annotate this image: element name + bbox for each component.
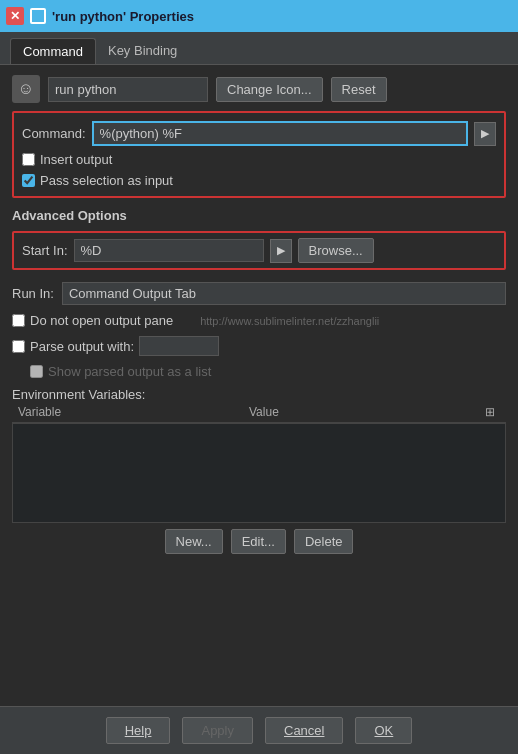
tab-command[interactable]: Command (10, 38, 96, 64)
tab-keybinding[interactable]: Key Binding (96, 38, 189, 64)
parse-output-row: Parse output with: (12, 336, 506, 356)
ok-button[interactable]: OK (355, 717, 412, 744)
show-parsed-row: Show parsed output as a list (30, 364, 506, 379)
new-env-button[interactable]: New... (165, 529, 223, 554)
env-table-body (12, 423, 506, 523)
env-vars-label: Environment Variables: (12, 387, 506, 402)
command-section: Command: %(python) %F ▶ Insert output Pa… (12, 111, 506, 198)
command-label: Command: (22, 126, 86, 141)
footer: Help Apply Cancel OK (0, 706, 518, 754)
main-content: ☺ Change Icon... Reset Command: %(python… (0, 65, 518, 564)
parse-output-label: Parse output with: (30, 339, 134, 354)
change-icon-button[interactable]: Change Icon... (216, 77, 323, 102)
icon-name-row: ☺ Change Icon... Reset (12, 75, 506, 103)
env-buttons: New... Edit... Delete (12, 529, 506, 554)
env-table-header: Variable Value ⊞ (12, 402, 506, 423)
run-icon[interactable]: ☺ (12, 75, 40, 103)
command-arrow-button[interactable]: ▶ (474, 122, 496, 146)
command-row: Command: %(python) %F ▶ (22, 121, 496, 146)
watermark-text: http://www.sublimelinter.net/zzhanglii (200, 315, 379, 327)
col-value-header: Value (249, 405, 480, 419)
edit-env-button[interactable]: Edit... (231, 529, 286, 554)
advanced-options-heading: Advanced Options (12, 208, 506, 223)
minimize-button[interactable] (30, 8, 46, 24)
reset-button[interactable]: Reset (331, 77, 387, 102)
help-button[interactable]: Help (106, 717, 171, 744)
do-not-open-label: Do not open output pane (30, 313, 173, 328)
start-in-arrow-button[interactable]: ▶ (270, 239, 292, 263)
env-vars-section: Environment Variables: Variable Value ⊞ … (12, 387, 506, 554)
browse-button[interactable]: Browse... (298, 238, 374, 263)
table-icon: ⊞ (480, 405, 500, 419)
show-parsed-label: Show parsed output as a list (48, 364, 211, 379)
delete-env-button[interactable]: Delete (294, 529, 354, 554)
run-in-label: Run In: (12, 286, 54, 301)
command-input[interactable]: %(python) %F (92, 121, 468, 146)
parse-output-checkbox[interactable] (12, 340, 25, 353)
insert-output-label: Insert output (40, 152, 112, 167)
pass-selection-row: Pass selection as input (22, 173, 496, 188)
insert-output-row: Insert output (22, 152, 496, 167)
tab-bar: Command Key Binding (0, 32, 518, 65)
insert-output-checkbox[interactable] (22, 153, 35, 166)
do-not-open-checkbox[interactable] (12, 314, 25, 327)
start-in-section: Start In: %D ▶ Browse... (12, 231, 506, 270)
pass-selection-label: Pass selection as input (40, 173, 173, 188)
name-input[interactable] (48, 77, 208, 102)
apply-button[interactable]: Apply (182, 717, 253, 744)
parse-output-select[interactable] (139, 336, 219, 356)
close-button[interactable]: ✕ (6, 7, 24, 25)
title-bar: ✕ 'run python' Properties (0, 0, 518, 32)
start-in-label: Start In: (22, 243, 68, 258)
do-not-open-row: Do not open output pane http://www.subli… (12, 313, 506, 328)
run-in-row: Run In: Command Output Tab (12, 282, 506, 305)
start-in-row: Start In: %D ▶ Browse... (22, 238, 496, 263)
run-in-select[interactable]: Command Output Tab (62, 282, 506, 305)
col-variable-header: Variable (18, 405, 249, 419)
window-title: 'run python' Properties (52, 9, 194, 24)
start-in-select[interactable]: %D (74, 239, 264, 262)
cancel-button[interactable]: Cancel (265, 717, 343, 744)
show-parsed-checkbox[interactable] (30, 365, 43, 378)
pass-selection-checkbox[interactable] (22, 174, 35, 187)
